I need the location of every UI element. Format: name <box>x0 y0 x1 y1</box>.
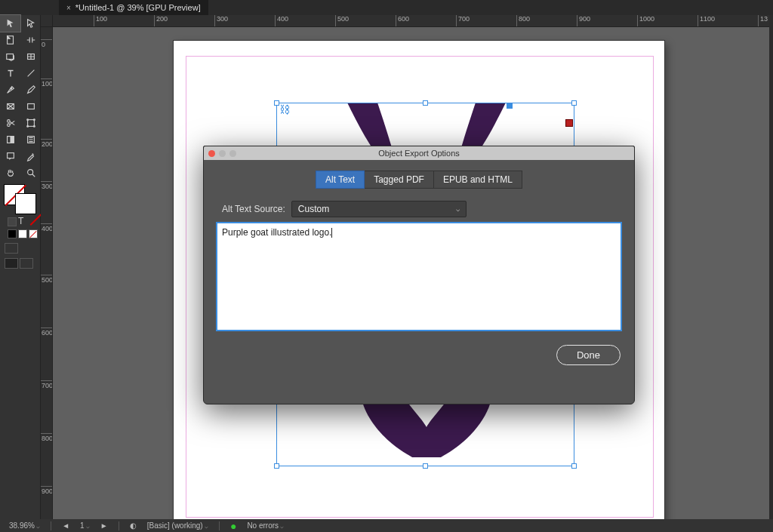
ruler-h-tick: 500 <box>337 15 349 23</box>
free-transform-tool[interactable] <box>20 115 41 131</box>
ruler-v-tick: 900 <box>42 488 52 494</box>
close-tab-icon[interactable]: × <box>66 4 71 12</box>
content-placer-tool[interactable] <box>20 48 41 65</box>
ruler-h-tick: 800 <box>519 15 530 23</box>
chevron-down-icon: ⌵ <box>456 205 460 213</box>
alt-text-textarea[interactable]: Purple goat illustrated logo. <box>216 222 622 331</box>
status-bar: 38.96% ◄ 1 ► ◐ [Basic] (working) ● No er… <box>0 519 773 532</box>
pencil-tool[interactable] <box>20 81 41 98</box>
ruler-v-tick: 600 <box>42 330 52 336</box>
ruler-v-tick: 300 <box>42 183 52 189</box>
resize-handle-tr[interactable] <box>571 100 577 106</box>
svg-rect-14 <box>7 137 10 143</box>
dialog-title: Object Export Options <box>204 149 634 158</box>
svg-point-17 <box>27 170 32 175</box>
resize-handle-bc[interactable] <box>423 463 428 469</box>
selection-tool[interactable] <box>0 15 20 32</box>
ruler-v-tick: 400 <box>42 226 52 232</box>
overset-text-icon[interactable] <box>565 119 573 127</box>
gradient-feather-tool[interactable] <box>20 131 41 148</box>
svg-point-11 <box>26 126 28 128</box>
document-tab-bar: × *Untitled-1 @ 39% [GPU Preview] <box>0 0 773 15</box>
direct-selection-tool[interactable] <box>20 15 41 32</box>
resize-handle-br[interactable] <box>571 463 577 469</box>
eyedropper-tool[interactable] <box>20 148 41 165</box>
page-nav-prev-icon[interactable]: ◄ <box>62 521 69 530</box>
alt-text-value: Purple goat illustrated logo. <box>222 227 331 238</box>
dialog-titlebar[interactable]: Object Export Options <box>204 146 634 160</box>
normal-mode-icon[interactable] <box>5 243 18 254</box>
type-tool[interactable] <box>0 65 20 81</box>
ruler-h-tick: 13 <box>760 15 768 23</box>
ruler-h-tick: 200 <box>156 15 168 23</box>
note-tool[interactable] <box>0 148 20 165</box>
svg-point-3 <box>11 88 12 89</box>
svg-rect-1 <box>6 54 13 60</box>
ruler-v-tick: 800 <box>42 435 52 441</box>
ruler-v-tick: 500 <box>42 277 52 283</box>
svg-rect-8 <box>27 120 34 127</box>
panel-dock[interactable] <box>769 15 773 519</box>
preflight-icon[interactable]: ◐ <box>130 521 137 530</box>
ruler-h-tick: 700 <box>458 15 470 23</box>
screen-mode-icon[interactable] <box>5 258 18 269</box>
apply-none[interactable] <box>29 229 38 238</box>
page-nav-next-icon[interactable]: ► <box>100 521 108 530</box>
apply-gradient[interactable] <box>18 229 27 238</box>
svg-rect-16 <box>7 153 14 158</box>
scissors-tool[interactable] <box>0 115 20 131</box>
preflight-errors-dropdown[interactable]: No errors <box>247 521 284 530</box>
ruler-origin-corner[interactable] <box>41 15 53 27</box>
svg-point-6 <box>7 124 10 127</box>
line-tool[interactable] <box>20 65 41 81</box>
preflight-profile-dropdown[interactable]: [Basic] (working) <box>147 521 208 530</box>
tab-alt-text[interactable]: Alt Text <box>316 171 365 189</box>
document-tab[interactable]: × *Untitled-1 @ 39% [GPU Preview] <box>59 0 208 15</box>
dialog-tabs: Alt Text Tagged PDF EPUB and HTML <box>204 171 634 189</box>
gradient-swatch-tool[interactable] <box>0 131 20 148</box>
zoom-level-dropdown[interactable]: 38.96% <box>9 521 40 530</box>
vertical-ruler[interactable]: 0 100 200 300 400 500 600 700 800 900 <box>41 27 53 519</box>
ruler-h-tick: 300 <box>217 15 228 23</box>
ruler-v-tick: 700 <box>42 383 52 389</box>
svg-rect-5 <box>27 104 34 109</box>
apply-color-row <box>0 229 40 238</box>
tab-epub-html[interactable]: EPUB and HTML <box>434 171 522 189</box>
alt-text-source-value: Custom <box>298 204 329 214</box>
rectangle-tool[interactable] <box>20 98 41 115</box>
resize-handle-bl[interactable] <box>274 463 279 469</box>
resize-handle-tc[interactable] <box>423 100 428 106</box>
svg-point-10 <box>33 119 35 121</box>
resize-handle-tl[interactable] <box>274 100 279 106</box>
done-button[interactable]: Done <box>556 345 621 365</box>
view-mode-row <box>0 243 40 254</box>
gap-tool[interactable] <box>20 32 41 48</box>
svg-point-7 <box>7 120 10 123</box>
screen-mode-icon-2[interactable] <box>20 258 33 269</box>
ruler-h-tick: 1100 <box>700 15 715 23</box>
ruler-v-tick: 200 <box>42 141 52 147</box>
ruler-v-tick: 0 <box>42 42 52 48</box>
document-tab-title: *Untitled-1 @ 39% [GPU Preview] <box>75 3 201 12</box>
ruler-h-tick: 100 <box>96 15 107 23</box>
rectangle-frame-tool[interactable] <box>0 98 20 115</box>
alt-text-source-label: Alt Text Source: <box>222 204 285 214</box>
preflight-status-icon: ● <box>230 520 236 532</box>
alt-text-source-select[interactable]: Custom ⌵ <box>291 201 467 217</box>
reference-point-icon[interactable] <box>507 103 513 109</box>
tab-tagged-pdf[interactable]: Tagged PDF <box>365 171 434 189</box>
ruler-v-tick: 100 <box>42 81 52 87</box>
ruler-h-tick: 1000 <box>639 15 654 23</box>
hand-tool[interactable] <box>0 165 20 181</box>
zoom-tool[interactable] <box>20 165 41 181</box>
page-tool[interactable] <box>0 32 20 48</box>
content-collector-tool[interactable] <box>0 48 20 65</box>
link-icon: ⛓ <box>279 103 290 115</box>
apply-color[interactable] <box>8 229 17 238</box>
fill-stroke-control[interactable] <box>0 183 41 214</box>
horizontal-ruler[interactable]: 0 100 200 300 400 500 600 700 800 900 10… <box>53 15 773 27</box>
svg-point-9 <box>26 119 28 121</box>
page-field[interactable]: 1 <box>80 521 90 530</box>
pen-tool[interactable] <box>0 81 20 98</box>
ruler-h-tick: 600 <box>398 15 409 23</box>
